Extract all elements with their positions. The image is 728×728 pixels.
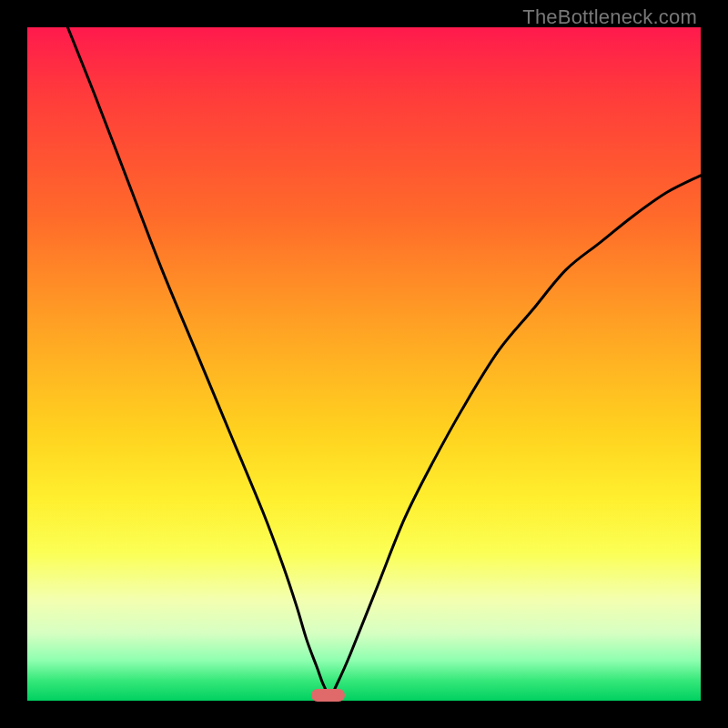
chart-plot-area — [27, 27, 701, 701]
chart-frame — [27, 27, 701, 701]
watermark-text: TheBottleneck.com — [522, 5, 697, 29]
optimal-marker — [311, 689, 345, 702]
